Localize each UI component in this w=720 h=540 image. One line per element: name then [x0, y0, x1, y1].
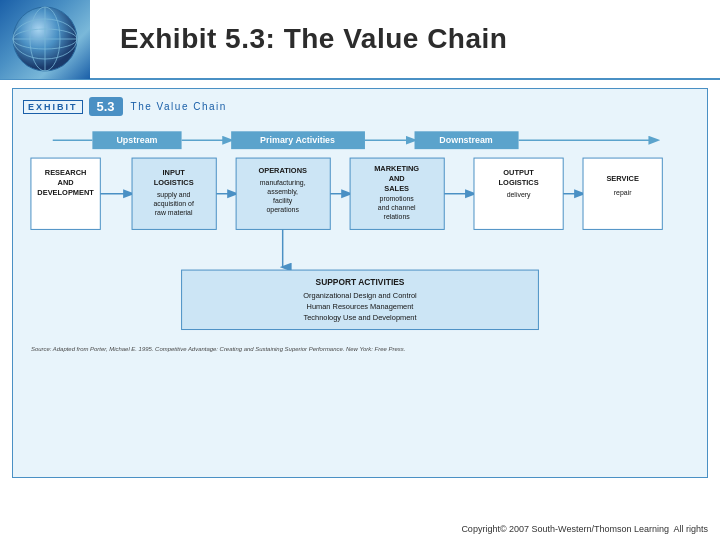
logo [0, 0, 90, 79]
upstream-label: Upstream [116, 135, 157, 145]
exhibit-container: EXHIBIT 5.3 The Value Chain Upstream Pri… [12, 88, 708, 478]
svg-text:LOGISTICS: LOGISTICS [154, 178, 194, 187]
svg-text:LOGISTICS: LOGISTICS [499, 178, 539, 187]
svg-text:operations: operations [267, 206, 300, 214]
svg-text:SERVICE: SERVICE [606, 174, 638, 183]
exhibit-subtitle: The Value Chain [131, 101, 227, 112]
header: Exhibit 5.3: The Value Chain [0, 0, 720, 80]
svg-text:Downstream: Downstream [439, 135, 493, 145]
svg-text:Technology Use and Development: Technology Use and Development [303, 313, 416, 322]
svg-text:Source: Adapted from Porter, M: Source: Adapted from Porter, Michael E. … [31, 346, 405, 352]
exhibit-label: EXHIBIT [23, 100, 83, 114]
svg-text:SALES: SALES [384, 184, 409, 193]
svg-text:raw material: raw material [155, 209, 193, 216]
svg-text:acquisition of: acquisition of [153, 200, 193, 208]
svg-text:DEVELOPMENT: DEVELOPMENT [37, 188, 94, 197]
svg-text:MARKETING: MARKETING [374, 164, 419, 173]
svg-text:supply and: supply and [157, 191, 191, 199]
svg-text:Human Resources Management: Human Resources Management [307, 302, 414, 311]
svg-text:relations: relations [384, 213, 411, 220]
svg-text:AND: AND [389, 174, 406, 183]
svg-text:repair: repair [614, 189, 632, 197]
rights-text: All rights [673, 524, 708, 534]
svg-text:SUPPORT ACTIVITIES: SUPPORT ACTIVITIES [316, 277, 405, 287]
svg-text:assembly,: assembly, [267, 188, 298, 196]
exhibit-number: 5.3 [89, 97, 123, 116]
svg-text:Primary Activities: Primary Activities [260, 135, 335, 145]
svg-text:facility: facility [273, 197, 293, 205]
svg-text:AND: AND [58, 178, 75, 187]
exhibit-header: EXHIBIT 5.3 The Value Chain [23, 97, 697, 116]
footer: Copyright© 2007 South-Western/Thomson Le… [461, 524, 708, 534]
main-content: EXHIBIT 5.3 The Value Chain Upstream Pri… [0, 80, 720, 482]
svg-text:promotions: promotions [380, 195, 415, 203]
svg-text:INPUT: INPUT [163, 168, 186, 177]
globe-icon [10, 4, 80, 74]
svg-text:delivery: delivery [507, 191, 531, 199]
page-title: Exhibit 5.3: The Value Chain [90, 23, 507, 55]
value-chain-diagram: Upstream Primary Activities Downstream [23, 122, 697, 432]
svg-text:and channel: and channel [378, 204, 416, 211]
svg-text:OUTPUT: OUTPUT [503, 168, 534, 177]
svg-text:manufacturing,: manufacturing, [260, 179, 306, 187]
svg-text:OPERATIONS: OPERATIONS [258, 166, 307, 175]
copyright-text: Copyright© 2007 South-Western/Thomson Le… [461, 524, 669, 534]
svg-text:RESEARCH: RESEARCH [45, 168, 87, 177]
svg-text:Organizational Design and Cont: Organizational Design and Control [303, 291, 417, 300]
